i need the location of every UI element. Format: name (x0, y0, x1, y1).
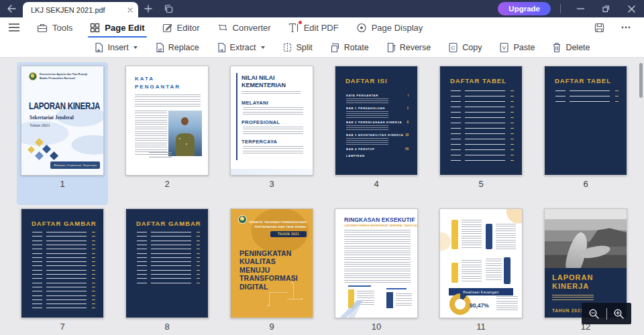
figure-list-rows (137, 232, 200, 284)
text-lines (552, 295, 594, 302)
page-thumbnail-3[interactable]: NILAI NILAI KEMENTERIAN MELAYANI PROFESI… (226, 62, 317, 205)
page-copy-icon: C (448, 42, 458, 53)
vertical-scrollbar[interactable] (639, 63, 643, 98)
text-lines (486, 259, 502, 281)
save-button[interactable] (589, 19, 609, 36)
page-8-preview: DAFTAR GAMBAR (125, 208, 209, 318)
pencil-square-icon (162, 23, 172, 33)
thematic-header: TEMATIK TAHUNAN PEMBANGUNAN PERTANAHAN D… (249, 220, 307, 229)
mini-chart-heading (348, 285, 371, 287)
minimize-icon (577, 8, 584, 9)
tab-converter[interactable]: Converter (209, 17, 280, 38)
menu-label: Page Edit (105, 23, 144, 33)
toc-sub-lines (346, 111, 388, 119)
restore-button[interactable] (593, 0, 619, 17)
tab-close-icon[interactable] (127, 7, 133, 13)
briefcase-icon (37, 23, 48, 33)
plus-icon (144, 5, 152, 13)
text-lines (396, 293, 412, 307)
mini-chart-heading (386, 288, 407, 289)
toolbar-replace[interactable]: Replace (146, 38, 208, 58)
page-thumbnail-4[interactable]: DAFTAR ISI KATA PENGANTARi BAB 1 PENDAHU… (331, 62, 422, 205)
tab-page-edit[interactable]: Page Edit (81, 17, 153, 38)
back-button[interactable] (0, 0, 23, 17)
blue-bar (386, 292, 393, 308)
page-thumbnail-5[interactable]: DAFTAR TABEL 5 (435, 62, 527, 205)
minimize-button[interactable] (568, 0, 593, 17)
restore-icon (602, 5, 610, 13)
page-thumbnail-10[interactable]: RINGKASAN EKSEKUTIF LAPORAN KINERJA SEKR… (331, 205, 422, 335)
circuit-graphic (260, 276, 307, 311)
page-number: 1 (60, 179, 64, 189)
zoom-out-button[interactable] (588, 308, 600, 320)
blue-column-bar (486, 224, 492, 249)
zoom-in-button[interactable] (613, 308, 625, 320)
text-lines (243, 146, 303, 155)
toolbar-copy[interactable]: C Copy (439, 38, 490, 58)
toolbar-split[interactable]: Split (274, 38, 321, 58)
more-options-button[interactable] (616, 19, 636, 36)
landscape-photo (545, 209, 627, 271)
page-title: RINGKASAN EKSEKUTIF (344, 216, 415, 223)
page-number: 5 (478, 179, 483, 189)
page-10-preview: RINGKASAN EKSEKUTIF LAPORAN KINERJA SEKR… (335, 208, 418, 318)
document-tab[interactable]: LKJ SEKJEN 2021.pdf (23, 2, 138, 17)
duplicate-tab-button[interactable] (158, 0, 178, 17)
page-thumbnail-2[interactable]: KATA PENGANTAR 2 (121, 62, 213, 205)
page-swap-icon (155, 42, 164, 53)
toolbar-paste[interactable]: V Paste (490, 38, 543, 58)
page-title: DAFTAR GAMBAR (136, 220, 201, 227)
hamburger-icon (9, 23, 19, 31)
section-heading: MELAYANI (241, 100, 268, 106)
cover-title: LAPORAN KINERJA (29, 100, 100, 111)
toc-sub-lines (346, 98, 388, 105)
page-thumbnail-7[interactable]: DAFTAR GAMBAR 7 (17, 205, 108, 335)
text-lines (243, 107, 303, 116)
year-pill: TAHUN 2021 (270, 231, 307, 237)
page-thumbnail-8[interactable]: DAFTAR GAMBAR 8 (121, 205, 213, 335)
toolbar-reverse[interactable]: Reverse (378, 38, 440, 58)
page-thumbnail-6[interactable]: DAFTAR TABEL 6 (540, 62, 631, 205)
cover-subtitle: Sekretariat Jenderal (30, 115, 74, 121)
table-list-rows (555, 90, 619, 104)
duplicate-icon (164, 4, 173, 13)
page-title: DAFTAR GAMBAR (32, 220, 97, 227)
close-button[interactable] (619, 0, 644, 17)
page-thumbnail-1[interactable]: Kementerian Agraria dan Tata Ruang/ Bada… (17, 62, 108, 205)
page-3-preview: NILAI NILAI KEMENTERIAN MELAYANI PROFESI… (230, 66, 313, 176)
new-tab-button[interactable] (138, 0, 158, 17)
ellipsis-icon (621, 26, 631, 29)
page-number: 4 (374, 179, 378, 189)
tab-page-display[interactable]: Page Display (347, 17, 432, 38)
upgrade-button[interactable]: Upgrade (498, 2, 551, 15)
page-4-preview: DAFTAR ISI KATA PENGANTARi BAB 1 PENDAHU… (335, 66, 418, 176)
tab-tools[interactable]: Tools (28, 17, 81, 38)
close-icon (628, 5, 635, 13)
toolbar-rotate[interactable]: Rotate (321, 38, 378, 58)
page-grid: Kementerian Agraria dan Tata Ruang/ Bada… (0, 58, 644, 335)
corner-decoration (335, 300, 365, 318)
page-title: DAFTAR TABEL (555, 77, 611, 84)
svg-text:V: V (502, 45, 506, 51)
text-cursor-icon (288, 23, 299, 33)
grid-icon (90, 23, 100, 33)
page-split-icon (282, 42, 292, 53)
tab-edit-pdf[interactable]: Edit PDF (280, 17, 347, 38)
hamburger-menu-button[interactable] (0, 17, 28, 38)
svg-text:C: C (451, 45, 455, 51)
trash-icon (552, 42, 561, 53)
toolbar-insert[interactable]: Insert (85, 38, 146, 58)
page-title: DAFTAR ISI (345, 77, 388, 84)
page-thumbnail-9[interactable]: TEMATIK TAHUNAN PEMBANGUNAN PERTANAHAN D… (226, 205, 317, 335)
page-number: 3 (269, 179, 274, 189)
signature-block (149, 152, 172, 157)
page-number: 11 (476, 322, 486, 332)
tab-editor[interactable]: Editor (154, 17, 209, 38)
eye-icon (356, 23, 367, 33)
page-number: 2 (164, 179, 169, 189)
toolbar-delete[interactable]: Delete (543, 38, 598, 58)
ministry-logo (238, 215, 247, 224)
hill-graphic (586, 226, 627, 247)
page-thumbnail-11[interactable]: Realisasi Keuangan 90,47% 11 (435, 205, 527, 335)
toolbar-extract[interactable]: Extract (208, 38, 274, 58)
